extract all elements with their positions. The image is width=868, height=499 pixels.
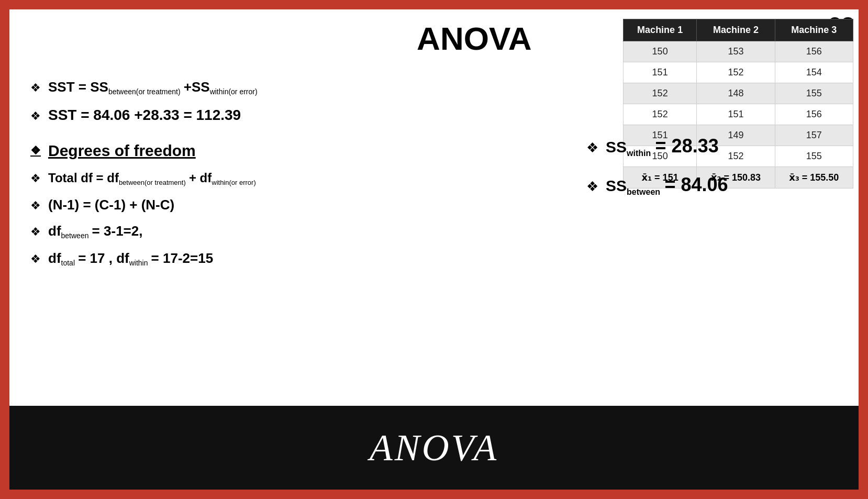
diamond-icon: ❖ bbox=[30, 251, 41, 268]
ss-between-text: SSbetween = 84.06 bbox=[606, 174, 728, 197]
ss-between-sub: between bbox=[627, 187, 660, 196]
df-total-sub: total bbox=[61, 259, 75, 268]
diamond-icon: ❖ bbox=[30, 198, 41, 214]
df-plus-text: + df bbox=[189, 171, 212, 185]
sst-values-item: ❖ SST = 84.06 +28.33 = 112.39 bbox=[30, 105, 586, 125]
df-within-sub: within(or error) bbox=[212, 179, 256, 187]
nc-formula-item: ❖ (N-1) = (C-1) + (N-C) bbox=[30, 195, 586, 214]
left-panel: ANOVA ❖ SST = SSbetween(or treatment) +S… bbox=[30, 20, 586, 395]
df-total-label: df bbox=[48, 250, 61, 266]
right-formulas: ❖ SSwithin = 28.33 ❖ SSbetween = 84.06 bbox=[586, 135, 728, 197]
df-between-val: = 3-1=2, bbox=[92, 223, 143, 239]
diamond-icon: ❖ bbox=[30, 80, 41, 96]
bottom-bar: ANOVA bbox=[9, 406, 859, 490]
df-total-text: Total df = df bbox=[48, 171, 119, 185]
df-total-eq: = 17 , df bbox=[78, 250, 129, 266]
df-within-eq: = 17-2=15 bbox=[151, 250, 214, 266]
degrees-of-freedom-heading: ❖ Degrees of freedom bbox=[30, 142, 586, 160]
diamond-icon: ❖ bbox=[30, 108, 41, 125]
ss-within-val: = 28.33 bbox=[655, 135, 719, 157]
right-panel: ❖ SSwithin = 28.33 ❖ SSbetween = 84.06 bbox=[586, 20, 838, 395]
sst-within-sub: within(or error) bbox=[210, 87, 258, 96]
diamond-icon: ❖ bbox=[30, 144, 41, 158]
sst-formula-text: SST = SSbetween(or treatment) +SSwithin(… bbox=[48, 77, 258, 97]
sst-plus: +SS bbox=[184, 79, 210, 95]
ss-within-sub: within bbox=[627, 149, 651, 158]
sst-formula-item: ❖ SST = SSbetween(or treatment) +SSwithi… bbox=[30, 77, 586, 97]
degrees-heading-text: Degrees of freedom bbox=[48, 142, 196, 160]
ss-within-text: SSwithin = 28.33 bbox=[606, 135, 719, 158]
diamond-icon: ❖ bbox=[586, 140, 598, 156]
df-formula-text: Total df = dfbetween(or treatment) + dfw… bbox=[48, 169, 256, 188]
sst-between-sub: between(or treatment) bbox=[108, 87, 181, 96]
df-formula-item: ❖ Total df = dfbetween(or treatment) + d… bbox=[30, 169, 586, 188]
main-content: QG Machine 1 Machine 2 Machine 3 150 153… bbox=[9, 9, 859, 406]
df-between-item: ❖ dfbetween = 3-1=2, bbox=[30, 221, 586, 241]
sst-label: SST = SS bbox=[48, 79, 108, 95]
df-within-sub2: within bbox=[129, 259, 148, 268]
bottom-title: ANOVA bbox=[370, 426, 499, 470]
diamond-icon: ❖ bbox=[586, 179, 598, 195]
df-between-sub: between(or treatment) bbox=[119, 179, 186, 187]
df-total-item: ❖ dftotal = 17 , dfwithin = 17-2=15 bbox=[30, 249, 586, 269]
ss-within-item: ❖ SSwithin = 28.33 bbox=[586, 135, 728, 158]
page-title: ANOVA bbox=[417, 20, 531, 57]
df-between-sub2: between bbox=[61, 232, 89, 240]
outer-border: QG Machine 1 Machine 2 Machine 3 150 153… bbox=[0, 0, 868, 499]
nc-formula-text: (N-1) = (C-1) + (N-C) bbox=[48, 195, 174, 214]
ss-between-item: ❖ SSbetween = 84.06 bbox=[586, 174, 728, 197]
df-between-label: df bbox=[48, 223, 61, 239]
diamond-icon: ❖ bbox=[30, 224, 41, 240]
ss-between-val: = 84.06 bbox=[664, 174, 728, 195]
diamond-icon: ❖ bbox=[30, 171, 41, 187]
df-total-text: dftotal = 17 , dfwithin = 17-2=15 bbox=[48, 249, 213, 269]
sst-values-text: SST = 84.06 +28.33 = 112.39 bbox=[48, 105, 241, 125]
df-between-text: dfbetween = 3-1=2, bbox=[48, 221, 142, 241]
bullet-section: ❖ SST = SSbetween(or treatment) +SSwithi… bbox=[30, 77, 586, 269]
content-area: ANOVA ❖ SST = SSbetween(or treatment) +S… bbox=[9, 9, 859, 406]
